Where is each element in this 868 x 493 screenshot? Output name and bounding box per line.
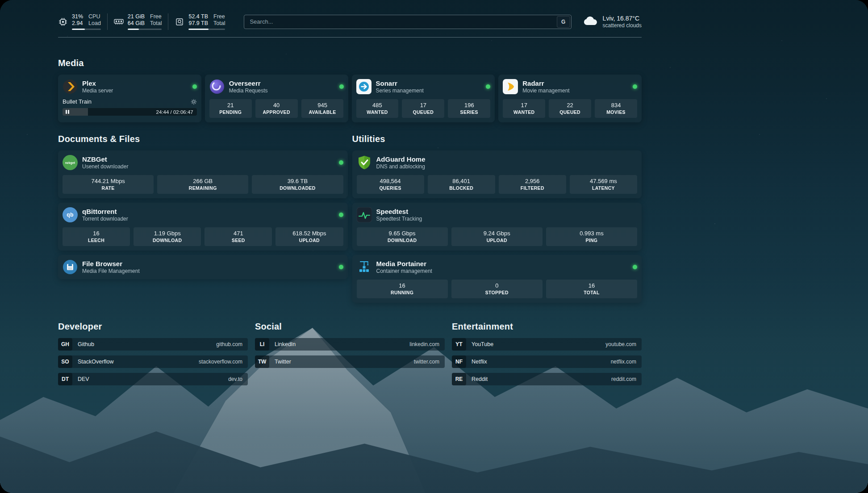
app-subtitle: Media File Management bbox=[82, 268, 140, 275]
disk-widget: 52.4 TB 97.9 TB Free Total bbox=[168, 13, 231, 30]
disk-total-label: Total bbox=[213, 20, 225, 27]
playback-progress-bar[interactable]: 24:44 / 02:06:47 bbox=[63, 108, 197, 116]
ram-total-value: 64 GiB bbox=[128, 20, 145, 27]
app-name: File Browser bbox=[82, 259, 140, 268]
adguard-card[interactable]: AdGuard Home DNS and adblocking 498,564 … bbox=[352, 150, 642, 198]
radarr-icon bbox=[503, 79, 518, 94]
status-dot-online bbox=[339, 160, 343, 165]
utilities-section-title: Utilities bbox=[352, 134, 642, 144]
speedtest-icon bbox=[357, 207, 372, 222]
dev-abbr-icon: DT bbox=[58, 373, 72, 385]
portainer-card[interactable]: Media Portainer Container management 16 … bbox=[352, 255, 642, 303]
pause-icon[interactable] bbox=[66, 110, 69, 114]
overseerr-card[interactable]: Overseerr Media Requests 21 PENDING 40 A… bbox=[205, 75, 348, 122]
bookmark-stackoverflow[interactable]: SO StackOverflow stackoverflow.com bbox=[58, 355, 248, 368]
stat-approved: 40 APPROVED bbox=[255, 99, 298, 118]
playback-time: 24:44 / 02:06:47 bbox=[156, 109, 197, 115]
speedtest-card[interactable]: Speedtest Speedtest Tracking 9.65 Gbps D… bbox=[352, 203, 642, 251]
stat-latency: 47.569 ms LATENCY bbox=[570, 175, 637, 194]
bookmark-netflix[interactable]: NF Netflix netflix.com bbox=[452, 355, 642, 368]
documents-section: Documents & Files nzbget NZBGet Usenet d… bbox=[58, 134, 348, 303]
stat-total: 16 TOTAL bbox=[546, 280, 637, 298]
app-name: Radarr bbox=[522, 79, 569, 88]
sonarr-icon bbox=[356, 79, 371, 94]
disk-free-value: 52.4 TB bbox=[188, 13, 208, 20]
adguard-icon bbox=[357, 155, 372, 170]
status-dot-online bbox=[192, 84, 197, 89]
plex-card[interactable]: Plex Media server Bullet Train bbox=[58, 75, 201, 122]
topbar-divider bbox=[58, 37, 642, 38]
cloud-icon bbox=[583, 16, 598, 28]
bookmark-reddit[interactable]: RE Reddit reddit.com bbox=[452, 373, 642, 385]
media-grid: Plex Media server Bullet Train bbox=[58, 75, 642, 122]
stat-wanted: 17 WANTED bbox=[503, 99, 545, 118]
stat-leech: 16 LEECH bbox=[63, 227, 130, 246]
stat-upload: 9.24 Gbps UPLOAD bbox=[451, 227, 542, 246]
app-subtitle: DNS and adblocking bbox=[376, 163, 426, 170]
status-dot-online bbox=[339, 213, 343, 217]
twitter-abbr-icon: TW bbox=[255, 355, 269, 368]
search-engine-button[interactable]: G bbox=[557, 16, 570, 28]
cpu-label: CPU bbox=[88, 13, 101, 20]
overseerr-icon bbox=[209, 79, 225, 94]
dashboard-app: 31% 2.94 CPU Load bbox=[0, 0, 868, 493]
status-dot-online bbox=[633, 84, 637, 89]
cpu-icon bbox=[58, 17, 68, 26]
weather-location: Lviv, 16.87°C bbox=[603, 15, 642, 22]
cpu-percent: 31% bbox=[72, 13, 83, 20]
social-section: Social LI LinkedIn linkedin.com TW Twitt… bbox=[255, 322, 445, 390]
settings-gear-icon[interactable] bbox=[191, 99, 197, 105]
overseerr-stats: 21 PENDING 40 APPROVED 945 AVAILABLE bbox=[209, 99, 344, 118]
portainer-icon bbox=[357, 259, 372, 275]
ram-widget: 21 GiB 64 GiB Free Total bbox=[107, 13, 168, 30]
stat-stopped: 0 STOPPED bbox=[451, 280, 542, 298]
app-name: Plex bbox=[82, 79, 113, 88]
stat-upload: 618.52 Mbps UPLOAD bbox=[275, 227, 343, 246]
search-input[interactable] bbox=[244, 15, 571, 29]
weather-condition: scattered clouds bbox=[603, 22, 642, 29]
status-dot-online bbox=[633, 265, 637, 269]
ram-icon bbox=[114, 18, 124, 25]
sonarr-stats: 485 WANTED 17 QUEUED 196 SERIES bbox=[356, 99, 491, 118]
stat-pending: 21 PENDING bbox=[209, 99, 252, 118]
stat-series: 196 SERIES bbox=[448, 99, 490, 118]
ram-usage-bar bbox=[128, 29, 162, 30]
entertainment-section: Entertainment YT YouTube youtube.com NF … bbox=[452, 322, 642, 390]
radarr-card[interactable]: Radarr Movie management 17 WANTED 22 QUE… bbox=[498, 75, 642, 122]
ram-usage-fill bbox=[128, 29, 139, 30]
developer-section: Developer GH Github github.com SO StackO… bbox=[58, 322, 248, 390]
status-dot-online bbox=[339, 84, 344, 89]
stat-running: 16 RUNNING bbox=[357, 280, 448, 298]
youtube-abbr-icon: YT bbox=[452, 338, 466, 351]
stat-filtered: 2,956 FILTERED bbox=[499, 175, 566, 194]
bookmark-github[interactable]: GH Github github.com bbox=[58, 338, 248, 351]
sonarr-card[interactable]: Sonarr Series management 485 WANTED 17 Q… bbox=[352, 75, 495, 122]
top-bar: 31% 2.94 CPU Load bbox=[58, 13, 642, 30]
app-name: NZBGet bbox=[82, 155, 128, 163]
app-subtitle: Movie management bbox=[522, 88, 569, 94]
ram-free-label: Free bbox=[150, 13, 162, 20]
cpu-load-label: Load bbox=[88, 20, 101, 27]
filebrowser-card[interactable]: File Browser Media File Management bbox=[58, 255, 348, 279]
filebrowser-icon bbox=[63, 259, 78, 275]
linkedin-abbr-icon: LI bbox=[255, 338, 269, 351]
ram-free-value: 21 GiB bbox=[128, 13, 145, 20]
stat-queued: 17 QUEUED bbox=[402, 99, 444, 118]
ram-total-label: Total bbox=[150, 20, 162, 27]
bookmark-twitter[interactable]: TW Twitter twitter.com bbox=[255, 355, 445, 368]
cpu-usage-fill bbox=[72, 29, 85, 30]
nzbget-card[interactable]: nzbget NZBGet Usenet downloader 744.21 M… bbox=[58, 150, 348, 198]
bookmark-linkedin[interactable]: LI LinkedIn linkedin.com bbox=[255, 338, 445, 351]
speedtest-stats: 9.65 Gbps DOWNLOAD 9.24 Gbps UPLOAD 0.99… bbox=[357, 227, 638, 246]
bookmark-youtube[interactable]: YT YouTube youtube.com bbox=[452, 338, 642, 351]
utilities-section: Utilities AdGuard Home bbox=[352, 134, 642, 303]
now-playing-title: Bullet Train bbox=[63, 98, 92, 105]
bookmark-dev[interactable]: DT DEV dev.to bbox=[58, 373, 248, 385]
stat-movies: 834 MOVIES bbox=[595, 99, 637, 118]
disk-total-value: 97.9 TB bbox=[188, 20, 208, 27]
app-subtitle: Container management bbox=[376, 268, 432, 275]
qbittorrent-card[interactable]: qb qBittorrent Torrent downloader 16 LEE… bbox=[58, 203, 348, 251]
entertainment-section-title: Entertainment bbox=[452, 322, 642, 332]
stars-decoration bbox=[0, 0, 1, 1]
github-abbr-icon: GH bbox=[58, 338, 72, 351]
